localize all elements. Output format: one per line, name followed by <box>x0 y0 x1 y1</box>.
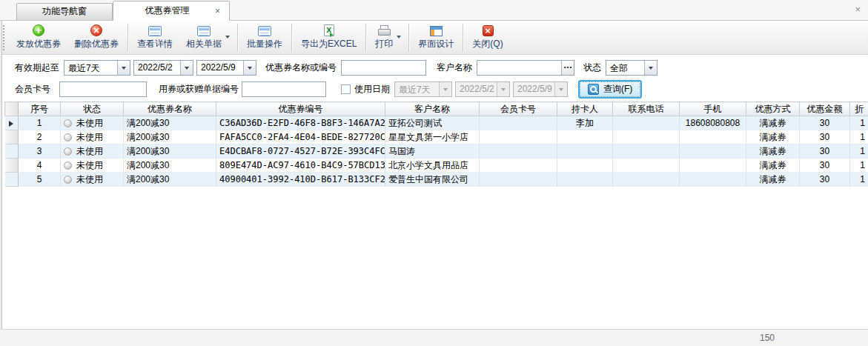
row-selector[interactable] <box>5 173 19 187</box>
batch-operations-button[interactable]: 批量操作 <box>240 22 289 53</box>
cell-holder[interactable]: 李加 <box>557 116 613 130</box>
cell-status[interactable]: 未使用 <box>61 144 124 159</box>
cell-status[interactable]: 未使用 <box>61 173 124 187</box>
chevron-down-icon[interactable] <box>644 61 657 75</box>
row-selector[interactable] <box>5 116 19 130</box>
tab-coupon-management[interactable]: 优惠券管理 × <box>113 1 230 21</box>
col-header-coupon-name[interactable]: 优惠券名称 <box>124 102 216 116</box>
cell-customer[interactable]: 马国涛 <box>385 144 480 159</box>
cell-mobile[interactable] <box>680 130 746 144</box>
cell-member-card[interactable] <box>480 159 557 173</box>
cell-member-card[interactable] <box>480 130 557 144</box>
cell-status[interactable]: 未使用 <box>61 130 124 144</box>
related-docs-dropdown-arrow-icon[interactable] <box>225 36 230 41</box>
col-header-holder[interactable]: 持卡人 <box>557 102 613 116</box>
close-button[interactable]: 关闭(Q) <box>466 22 509 53</box>
cell-holder[interactable] <box>557 173 613 187</box>
cell-coupon-code[interactable]: C36AD36D-E2FD-46F8-B8F3-146A7A2DA9E4 <box>216 116 385 130</box>
row-selector-header[interactable] <box>5 102 19 116</box>
cell-coupon-name[interactable]: 满200减30 <box>124 173 216 187</box>
toolbar-grip[interactable] <box>3 25 6 50</box>
cell-customer[interactable]: 星星文具第一小学店 <box>385 130 480 144</box>
delete-coupon-button[interactable]: 删除优惠券 <box>67 22 125 53</box>
col-header-method[interactable]: 优惠方式 <box>746 102 800 116</box>
col-header-tel[interactable]: 联系电话 <box>613 102 680 116</box>
ui-design-button[interactable]: 界面设计 <box>411 22 460 53</box>
cell-coupon-name[interactable]: 满200减30 <box>124 130 216 144</box>
export-excel-button[interactable]: 导出为EXCEL <box>294 22 363 53</box>
table-row[interactable]: 1 未使用 满200减30 C36AD36D-E2FD-46F8-B8F3-14… <box>5 116 868 130</box>
cell-coupon-name[interactable]: 满200减30 <box>124 144 216 159</box>
cell-method[interactable]: 满减券 <box>746 116 800 130</box>
print-dropdown-arrow-icon[interactable] <box>397 36 401 41</box>
col-header-member-card[interactable]: 会员卡号 <box>480 102 557 116</box>
cell-amount[interactable]: 30 <box>800 116 850 130</box>
query-button[interactable]: 查询(F) <box>578 80 642 99</box>
cell-amount[interactable]: 30 <box>800 130 850 144</box>
col-header-discount[interactable]: 折 <box>850 102 868 116</box>
cell-tel[interactable] <box>613 116 680 130</box>
table-row[interactable]: 5 未使用 满200减30 40900401-3992-410D-B617-B1… <box>5 173 868 187</box>
cell-no[interactable]: 5 <box>19 173 61 187</box>
chevron-down-icon[interactable] <box>243 61 256 75</box>
cell-method[interactable]: 满减券 <box>746 173 800 187</box>
cell-member-card[interactable] <box>480 173 557 187</box>
window-close-icon[interactable]: × <box>855 4 861 14</box>
table-row[interactable]: 4 未使用 满200减30 809E474D-AC97-4610-B4C9-57… <box>5 159 868 173</box>
cell-no[interactable]: 4 <box>19 159 61 173</box>
cell-mobile[interactable] <box>680 144 746 159</box>
cell-holder[interactable] <box>557 159 613 173</box>
col-header-customer[interactable]: 客户名称 <box>385 102 480 116</box>
cell-member-card[interactable] <box>480 144 557 159</box>
customer-name-input[interactable] <box>477 60 574 76</box>
chevron-down-icon[interactable] <box>117 61 130 75</box>
cell-coupon-code[interactable]: 809E474D-AC97-4610-B4C9-57BCD13E3B07 <box>216 159 385 173</box>
print-button[interactable]: 打印 <box>368 22 400 53</box>
cell-tel[interactable] <box>613 144 680 159</box>
issue-coupon-button[interactable]: 发放优惠券 <box>10 22 67 53</box>
table-row[interactable]: 2 未使用 满200减30 FAFA5CC0-2FA4-4E04-BEDE-82… <box>5 130 868 144</box>
cell-customer[interactable]: 亚拓公司测试 <box>385 116 480 130</box>
col-header-coupon-code[interactable]: 优惠券编号 <box>216 102 385 116</box>
cell-status[interactable]: 未使用 <box>61 116 124 130</box>
member-card-input[interactable] <box>59 81 147 97</box>
chevron-down-icon[interactable] <box>180 61 193 75</box>
cell-holder[interactable] <box>557 144 613 159</box>
cell-amount[interactable]: 30 <box>800 144 850 159</box>
cell-coupon-name[interactable]: 满200减30 <box>124 159 216 173</box>
use-date-checkbox[interactable] <box>341 84 351 94</box>
row-selector[interactable] <box>5 130 19 144</box>
period-preset-combo[interactable]: 最近7天 <box>64 60 130 76</box>
cell-member-card[interactable] <box>480 116 557 130</box>
cell-coupon-code[interactable]: FAFA5CC0-2FA4-4E04-BEDE-827720CDDF4B <box>216 130 385 144</box>
related-docs-button[interactable]: 相关单据 <box>179 22 228 53</box>
cell-method[interactable]: 满减券 <box>746 159 800 173</box>
cell-amount[interactable]: 30 <box>800 159 850 173</box>
cell-mobile[interactable] <box>680 159 746 173</box>
cell-amount[interactable]: 30 <box>800 173 850 187</box>
cell-discount[interactable]: 1 <box>850 173 868 187</box>
col-header-status[interactable]: 状态 <box>61 102 124 116</box>
tab-function-nav[interactable]: 功能导航窗 <box>16 3 113 20</box>
cell-status[interactable]: 未使用 <box>61 159 124 173</box>
cell-no[interactable]: 2 <box>19 130 61 144</box>
col-header-mobile[interactable]: 手机 <box>680 102 746 116</box>
cell-method[interactable]: 满减券 <box>746 144 800 159</box>
cell-method[interactable]: 满减券 <box>746 130 800 144</box>
cell-discount[interactable]: 1 <box>850 144 868 159</box>
cell-mobile[interactable]: 18608080808 <box>680 116 746 130</box>
row-selector[interactable] <box>5 144 19 159</box>
view-details-button[interactable]: 查看详情 <box>130 22 179 53</box>
row-selector[interactable] <box>5 159 19 173</box>
cell-mobile[interactable] <box>680 173 746 187</box>
cell-discount[interactable]: 1 <box>850 130 868 144</box>
cell-holder[interactable] <box>557 130 613 144</box>
cell-discount[interactable]: 1 <box>850 159 868 173</box>
doc-number-input[interactable] <box>242 81 326 97</box>
cell-discount[interactable]: 1 <box>850 116 868 130</box>
col-header-amount[interactable]: 优惠金额 <box>800 102 850 116</box>
date-from-combo[interactable]: 2022/5/2 <box>133 60 193 76</box>
coupon-name-input[interactable] <box>341 60 426 76</box>
customer-browse-button[interactable]: ··· <box>561 61 574 75</box>
col-header-no[interactable]: 序号 <box>19 102 61 116</box>
